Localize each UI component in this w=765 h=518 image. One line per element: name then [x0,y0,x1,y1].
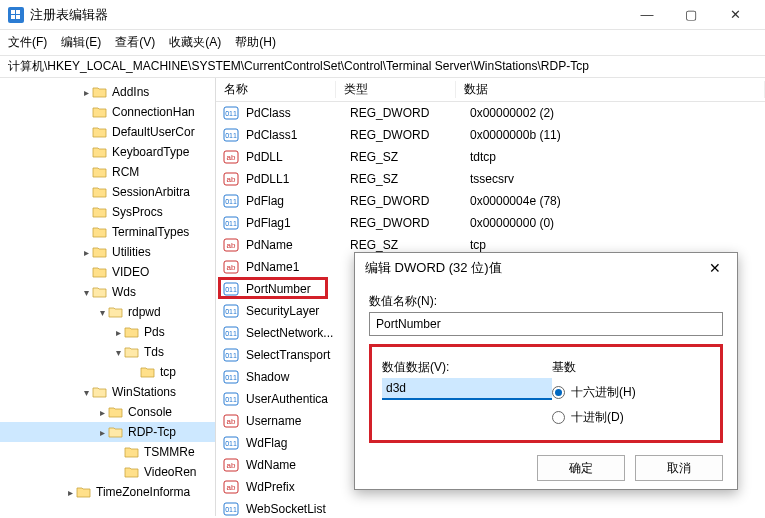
tree-item[interactable]: ▸TimeZoneInforma [0,482,215,502]
radio-hex[interactable]: 十六进制(H) [552,384,710,401]
chevron-right-icon[interactable]: ▸ [112,327,124,338]
tree-item[interactable]: tcp [0,362,215,382]
tree-item-label: SessionArbitra [112,185,190,199]
window-title: 注册表编辑器 [30,6,625,24]
address-bar[interactable]: 计算机\HKEY_LOCAL_MACHINE\SYSTEM\CurrentCon… [0,56,765,78]
value-row[interactable]: abPdDLLREG_SZtdtcp [216,146,765,168]
chevron-down-icon[interactable]: ▾ [112,347,124,358]
binary-value-icon: 011 [222,303,240,319]
value-row[interactable]: 011PdFlag1REG_DWORD0x00000000 (0) [216,212,765,234]
radio-dec[interactable]: 十进制(D) [552,409,710,426]
tree-item[interactable]: SysProcs [0,202,215,222]
maximize-button[interactable]: ▢ [669,1,713,29]
tree-item[interactable]: ▾Wds [0,282,215,302]
tree-item[interactable]: ▾WinStations [0,382,215,402]
tree-item[interactable]: VIDEO [0,262,215,282]
tree-item[interactable]: VideoRen [0,462,215,482]
tree-item-label: Console [128,405,172,419]
svg-text:011: 011 [225,396,237,403]
menu-help[interactable]: 帮助(H) [235,34,276,51]
svg-text:ab: ab [227,483,236,492]
value-name: WdPrefix [246,480,342,494]
tree-item[interactable]: ▸RDP-Tcp [0,422,215,442]
chevron-right-icon[interactable]: ▸ [80,247,92,258]
menu-favorites[interactable]: 收藏夹(A) [169,34,221,51]
close-button[interactable]: ✕ [713,1,757,29]
chevron-down-icon[interactable]: ▾ [80,287,92,298]
tree-item[interactable]: ▾rdpwd [0,302,215,322]
value-row[interactable]: 011PdClassREG_DWORD0x00000002 (2) [216,102,765,124]
folder-icon [76,485,92,499]
value-data-field[interactable] [382,378,552,400]
chevron-right-icon[interactable]: ▸ [80,87,92,98]
svg-text:011: 011 [225,220,237,227]
folder-icon [92,265,108,279]
minimize-button[interactable]: — [625,1,669,29]
tree-item[interactable]: DefaultUserCor [0,122,215,142]
tree-item[interactable]: ▾Tds [0,342,215,362]
tree-item-label: rdpwd [128,305,161,319]
tree-item[interactable]: ▸Console [0,402,215,422]
tree-item[interactable]: TerminalTypes [0,222,215,242]
chevron-down-icon[interactable]: ▾ [96,307,108,318]
tree-item[interactable]: ▸Utilities [0,242,215,262]
folder-icon [92,105,108,119]
tree-item[interactable]: ConnectionHan [0,102,215,122]
value-row[interactable]: 011WebSocketList [216,498,765,516]
menu-file[interactable]: 文件(F) [8,34,47,51]
edit-dword-dialog: 编辑 DWORD (32 位)值 ✕ 数值名称(N): 数值数据(V): 基数 … [354,252,738,490]
folder-icon [92,225,108,239]
col-data[interactable]: 数据 [456,81,765,98]
folder-icon [92,125,108,139]
svg-rect-0 [11,10,15,14]
chevron-right-icon[interactable]: ▸ [96,407,108,418]
col-name[interactable]: 名称 [216,81,336,98]
tree-item[interactable]: TSMMRe [0,442,215,462]
folder-icon [124,345,140,359]
dialog-title-bar: 编辑 DWORD (32 位)值 ✕ [355,253,737,283]
folder-icon [92,285,108,299]
svg-text:ab: ab [227,263,236,272]
chevron-down-icon[interactable]: ▾ [80,387,92,398]
svg-text:011: 011 [225,308,237,315]
value-type: REG_DWORD [342,106,462,120]
svg-text:011: 011 [225,198,237,205]
tree-item-label: VIDEO [112,265,149,279]
radio-dec-label: 十进制(D) [571,409,624,426]
chevron-right-icon[interactable]: ▸ [96,427,108,438]
chevron-right-icon[interactable]: ▸ [64,487,76,498]
value-row[interactable]: 011PdClass1REG_DWORD0x0000000b (11) [216,124,765,146]
menu-view[interactable]: 查看(V) [115,34,155,51]
value-data: tssecsrv [462,172,765,186]
tree-item[interactable]: SessionArbitra [0,182,215,202]
binary-value-icon: 011 [222,127,240,143]
folder-icon [92,245,108,259]
value-name: UserAuthentica [246,392,342,406]
ok-button[interactable]: 确定 [537,455,625,481]
tree-item[interactable]: KeyboardType [0,142,215,162]
tree-item-label: tcp [160,365,176,379]
column-header: 名称 类型 数据 [216,78,765,102]
cancel-button[interactable]: 取消 [635,455,723,481]
value-type: REG_SZ [342,150,462,164]
value-row[interactable]: 011PdFlagREG_DWORD0x0000004e (78) [216,190,765,212]
folder-icon [124,325,140,339]
value-name: WebSocketList [246,502,342,516]
tree-pane[interactable]: ▸AddInsConnectionHanDefaultUserCorKeyboa… [0,78,216,516]
dialog-close-button[interactable]: ✕ [703,260,727,276]
tree-item[interactable]: ▸AddIns [0,82,215,102]
value-row[interactable]: abPdDLL1REG_SZtssecsrv [216,168,765,190]
folder-icon [140,365,156,379]
tree-item[interactable]: ▸Pds [0,322,215,342]
value-name: PdDLL1 [246,172,342,186]
menu-bar: 文件(F) 编辑(E) 查看(V) 收藏夹(A) 帮助(H) [0,30,765,56]
value-name-field[interactable] [369,312,723,336]
radio-dec-dot [552,411,565,424]
menu-edit[interactable]: 编辑(E) [61,34,101,51]
title-bar: 注册表编辑器 — ▢ ✕ [0,0,765,30]
svg-text:011: 011 [225,374,237,381]
tree-item[interactable]: RCM [0,162,215,182]
folder-icon [92,385,108,399]
svg-text:011: 011 [225,330,237,337]
col-type[interactable]: 类型 [336,81,456,98]
